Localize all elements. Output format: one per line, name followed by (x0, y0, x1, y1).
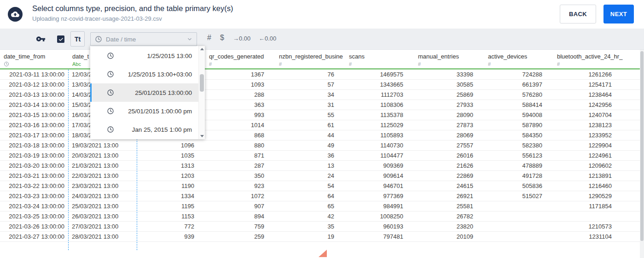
table-cell[interactable]: 977369 (345, 191, 414, 201)
table-cell[interactable]: 478889 (484, 161, 553, 170)
table-cell[interactable]: 2021-03-22 13:00:00 (0, 181, 69, 191)
table-cell[interactable]: 556123 (484, 151, 553, 160)
table-cell[interactable]: 1008250 (345, 211, 414, 221)
table-cell[interactable]: 582380 (484, 141, 553, 150)
table-cell[interactable]: 2021-03-27 13:00:00 (0, 232, 69, 241)
table-cell[interactable] (484, 201, 553, 211)
decrease-precision-button[interactable]: ←0.00 (259, 35, 276, 42)
table-cell[interactable]: 24 (275, 171, 345, 181)
table-cell[interactable]: 20/03/2021 13:00 (69, 151, 137, 160)
vertical-scrollbar-thumb[interactable] (640, 51, 644, 241)
table-cell[interactable]: 19/03/2021 13:00 (69, 141, 137, 150)
table-cell[interactable]: 259 (205, 232, 275, 241)
table-cell[interactable]: 42 (275, 211, 345, 221)
currency-type-button[interactable]: $ (220, 34, 224, 42)
table-cell[interactable]: 26/03/2021 13:00 (69, 211, 137, 221)
table-cell[interactable]: 21626 (414, 161, 484, 170)
table-cell[interactable] (484, 211, 553, 221)
table-cell[interactable]: 22/03/2021 13:00 (69, 171, 137, 181)
table-cell[interactable]: 1233952 (553, 130, 623, 140)
table-cell[interactable]: 2021-03-23 13:00:00 (0, 191, 69, 201)
table-cell[interactable]: 24615 (414, 181, 484, 191)
table-cell[interactable]: 1313 (137, 161, 205, 170)
table-cell[interactable]: 1231104 (553, 232, 623, 241)
table-cell[interactable]: 35 (275, 222, 345, 231)
table-cell[interactable]: 2021-03-17 13:00:00 (0, 130, 69, 140)
table-cell[interactable]: 1334 (137, 191, 205, 201)
table-cell[interactable]: 23/03/2021 13:00 (69, 181, 137, 191)
table-cell[interactable]: 587890 (484, 120, 553, 130)
table-cell[interactable]: 57 (275, 80, 345, 89)
table-cell[interactable]: 880 (205, 141, 275, 150)
table-cell[interactable]: 759 (205, 222, 275, 231)
column-header-nzbn_registered_busine[interactable]: nzbn_registered_busine# (275, 50, 345, 68)
menu-scroll-thumb[interactable] (200, 74, 204, 92)
increase-precision-button[interactable]: →0.00 (233, 35, 250, 42)
table-cell[interactable]: 1261266 (553, 70, 623, 79)
table-cell[interactable]: 894 (205, 211, 275, 221)
format-option[interactable]: 1/25/2015 13:00+03:00 (90, 65, 198, 83)
table-cell[interactable]: 1112703 (345, 90, 414, 100)
format-option[interactable]: 25/01/2015 13:00:00 (90, 83, 198, 102)
table-cell[interactable]: 2021-03-16 13:00:00 (0, 120, 69, 130)
format-option[interactable]: 25/01/2015 1:00:00 pm (90, 102, 198, 120)
table-cell[interactable]: 1210573 (553, 222, 623, 231)
table-cell[interactable]: 797481 (345, 232, 414, 241)
table-cell[interactable]: 588414 (484, 100, 553, 110)
table-cell[interactable]: 2021-03-24 13:00:00 (0, 201, 69, 211)
table-cell[interactable]: 2021-03-12 13:00:00 (0, 80, 69, 89)
table-cell[interactable]: 25581 (414, 201, 484, 211)
column-header-active_devices[interactable]: active_devices# (484, 50, 553, 68)
table-cell[interactable]: 2021-03-11 13:00:00 (0, 70, 69, 79)
table-cell[interactable]: 1224961 (553, 151, 623, 160)
table-cell[interactable]: 1104477 (345, 151, 414, 160)
table-cell[interactable]: 350 (205, 171, 275, 181)
table-cell[interactable]: 19 (275, 232, 345, 241)
table-cell[interactable]: 1014 (205, 120, 275, 130)
table-cell[interactable]: 30585 (414, 80, 484, 89)
column-header-scans[interactable]: scans# (345, 50, 414, 68)
table-cell[interactable]: 13 (275, 161, 345, 170)
table-cell[interactable]: 1290529 (553, 191, 623, 201)
table-cell[interactable]: 25869 (414, 90, 484, 100)
table-cell[interactable]: 27933 (414, 100, 484, 110)
table-cell[interactable]: 505836 (484, 181, 553, 191)
table-cell[interactable]: 1238123 (553, 120, 623, 130)
table-cell[interactable]: 1343665 (345, 80, 414, 89)
table-cell[interactable]: 21/03/2021 13:00 (69, 161, 137, 170)
table-cell[interactable]: 907 (205, 201, 275, 211)
table-cell[interactable]: 515027 (484, 191, 553, 201)
back-button[interactable]: BACK (560, 5, 596, 23)
table-cell[interactable]: 36 (275, 151, 345, 160)
table-cell[interactable]: 1469575 (345, 70, 414, 79)
table-cell[interactable]: 946701 (345, 181, 414, 191)
table-cell[interactable]: 661397 (484, 80, 553, 89)
table-cell[interactable]: 24/03/2021 13:00 (69, 191, 137, 201)
table-cell[interactable]: 2021-03-26 13:00:00 (0, 222, 69, 231)
number-type-button[interactable]: # (207, 34, 211, 42)
table-cell[interactable]: 772 (137, 222, 205, 231)
table-cell[interactable]: 28069 (414, 130, 484, 140)
vertical-scrollbar[interactable] (640, 50, 644, 258)
column-header-manual_entries[interactable]: manual_entries# (414, 50, 484, 68)
table-cell[interactable]: 27557 (414, 141, 484, 150)
table-cell[interactable]: 2021-03-14 13:00:00 (0, 100, 69, 110)
table-cell[interactable]: 64 (275, 191, 345, 201)
table-cell[interactable]: 993 (205, 110, 275, 120)
table-cell[interactable]: 909614 (345, 171, 414, 181)
table-cell[interactable]: 44 (275, 130, 345, 140)
table-cell[interactable]: 2021-03-18 13:00:00 (0, 141, 69, 150)
table-cell[interactable]: 363 (205, 100, 275, 110)
table-cell[interactable]: 2021-03-21 13:00:00 (0, 171, 69, 181)
column-header-date_time_from[interactable]: date_time_from (0, 50, 69, 68)
column-header-bluetooth_active_24_hr_[interactable]: bluetooth_active_24_hr_# (553, 50, 623, 68)
next-button[interactable]: NEXT (603, 5, 634, 23)
table-cell[interactable]: 584350 (484, 130, 553, 140)
format-option[interactable]: Jan 25, 2015 1:00 pm (90, 120, 198, 139)
table-cell[interactable]: 1190 (137, 181, 205, 191)
table-cell[interactable]: 2021-03-20 13:00:00 (0, 161, 69, 170)
table-cell[interactable]: 33398 (414, 70, 484, 79)
table-cell[interactable]: 26016 (414, 151, 484, 160)
table-cell[interactable] (484, 232, 553, 241)
table-cell[interactable]: 1171854 (553, 201, 623, 211)
